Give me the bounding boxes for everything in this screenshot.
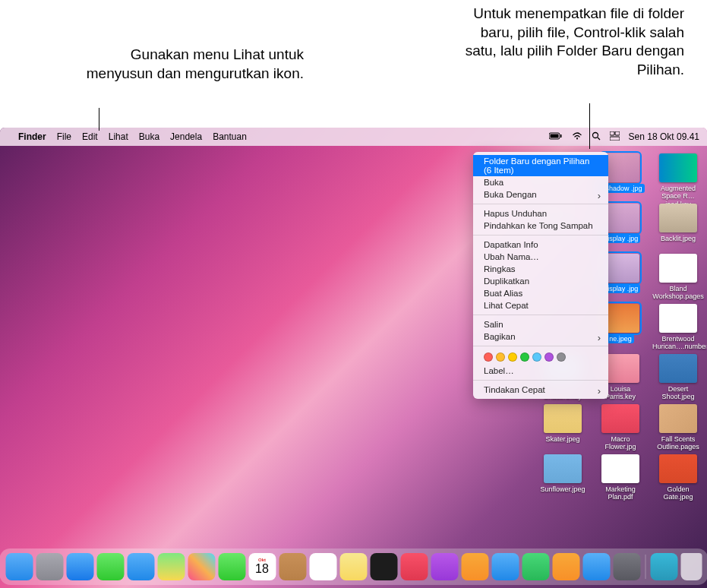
file-thumbnail xyxy=(601,454,639,483)
ctx-buka-dengan[interactable]: Buka Dengan xyxy=(473,188,608,201)
callouts-area: Gunakan menu Lihat untuk menyusun dan me… xyxy=(0,0,707,128)
ctx-label[interactable]: Label… xyxy=(473,365,608,377)
dock-app-settings[interactable] xyxy=(613,553,640,580)
desktop-file[interactable]: Augmented Space R…ined.key xyxy=(650,153,706,209)
ctx-dapatkan-info[interactable]: Dapatkan Info xyxy=(473,239,608,251)
file-label: Brentwood Hurican….numbers xyxy=(650,334,706,352)
dock-app-safari[interactable] xyxy=(66,553,93,580)
svg-rect-6 xyxy=(610,131,614,135)
ctx-separator xyxy=(473,346,608,346)
ctx-salin[interactable]: Salin xyxy=(473,318,608,330)
ctx-new-folder-with-selection[interactable]: Folder Baru dengan Pilihan (6 Item) xyxy=(473,155,608,176)
file-thumbnail xyxy=(601,404,639,433)
file-thumbnail xyxy=(659,153,697,182)
tag-color-dot[interactable] xyxy=(557,352,566,362)
ctx-tindakan-cepat[interactable]: Tindakan Cepat xyxy=(473,384,608,396)
tag-color-dot[interactable] xyxy=(508,352,517,362)
callout-right-text: Untuk menempatkan file di folder baru, p… xyxy=(464,5,684,80)
tag-color-dot[interactable] xyxy=(496,352,505,362)
file-thumbnail xyxy=(659,254,697,283)
dock-app-calendar[interactable]: Okt18 xyxy=(248,553,276,580)
ctx-tags-row xyxy=(473,349,608,365)
dock-app-books[interactable] xyxy=(461,553,488,580)
dock-app-appstore[interactable] xyxy=(491,553,519,580)
desktop-file[interactable]: Fall Scents Outline.pages xyxy=(650,404,706,452)
menu-bantuan[interactable]: Bantuan xyxy=(213,131,247,142)
ctx-lihat-cepat[interactable]: Lihat Cepat xyxy=(473,299,608,311)
menubar-datetime[interactable]: Sen 18 Okt 09.41 xyxy=(629,131,699,142)
battery-icon[interactable] xyxy=(549,131,563,142)
menu-jendela[interactable]: Jendela xyxy=(170,131,202,142)
dock-trash[interactable] xyxy=(680,553,702,580)
svg-rect-8 xyxy=(610,137,620,141)
desktop-file[interactable]: Sunflower.jpeg xyxy=(535,454,591,494)
file-thumbnail xyxy=(659,304,697,333)
desktop-file[interactable]: Backlit.jpeg xyxy=(650,204,706,243)
callout-line-right xyxy=(589,103,590,149)
desktop-file[interactable]: Brentwood Hurican….numbers xyxy=(650,304,706,352)
tag-color-dot[interactable] xyxy=(484,352,493,362)
ctx-duplikatkan[interactable]: Duplikatkan xyxy=(473,275,608,287)
ctx-buka[interactable]: Buka xyxy=(473,176,608,188)
dock-app-music[interactable] xyxy=(400,553,428,580)
dock-downloads[interactable] xyxy=(650,553,677,580)
dock-app-mail[interactable] xyxy=(127,553,154,580)
desktop-file[interactable]: Macro Flower.jpg xyxy=(592,404,649,452)
dock-separator xyxy=(645,555,645,579)
tag-color-dot[interactable] xyxy=(532,352,541,362)
menubar-right: Sen 18 Okt 09.41 xyxy=(549,131,699,143)
dock-app-messages[interactable] xyxy=(96,553,124,580)
file-thumbnail xyxy=(659,454,697,483)
desktop-file[interactable]: Golden Gate.jpeg xyxy=(650,454,706,502)
callout-left-text: Gunakan menu Lihat untuk menyusun dan me… xyxy=(76,46,304,83)
dock-app-launchpad[interactable] xyxy=(36,553,63,580)
tag-color-dot[interactable] xyxy=(520,352,529,362)
desktop-file[interactable]: Bland Workshop.pages xyxy=(650,254,706,302)
dock-app-tv[interactable] xyxy=(370,553,397,580)
menubar: Finder File Edit Lihat Buka Jendela Bant… xyxy=(0,128,707,146)
file-thumbnail xyxy=(659,354,697,383)
ctx-separator xyxy=(473,315,608,315)
ctx-ringkas[interactable]: Ringkas xyxy=(473,263,608,275)
desktop-file[interactable]: Skater.jpeg xyxy=(535,404,591,444)
desktop[interactable]: Finder File Edit Lihat Buka Jendela Bant… xyxy=(0,128,707,588)
dock-app-notes[interactable] xyxy=(339,553,367,580)
menu-lihat[interactable]: Lihat xyxy=(109,131,128,142)
ctx-pindah-tong-sampah[interactable]: Pindahkan ke Tong Sampah xyxy=(473,220,608,232)
svg-rect-2 xyxy=(560,134,562,138)
dock-app-finder[interactable] xyxy=(5,553,33,580)
search-icon[interactable] xyxy=(592,131,601,143)
ctx-hapus-unduhan[interactable]: Hapus Unduhan xyxy=(473,207,608,220)
tag-color-dot[interactable] xyxy=(544,352,554,362)
ctx-ubah-nama[interactable]: Ubah Nama… xyxy=(473,251,608,263)
file-label: Backlit.jpeg xyxy=(658,234,698,243)
menu-edit[interactable]: Edit xyxy=(82,131,98,142)
dock-app-reminders[interactable] xyxy=(309,553,336,580)
dock-app-photos[interactable] xyxy=(188,553,215,580)
dock-app-podcasts[interactable] xyxy=(431,553,458,580)
menu-buka[interactable]: Buka xyxy=(139,131,159,142)
file-label: Desert Shoot.jpeg xyxy=(650,384,706,402)
file-thumbnail xyxy=(544,404,582,433)
menu-file[interactable]: File xyxy=(57,131,71,142)
file-thumbnail xyxy=(659,204,697,232)
wifi-icon[interactable] xyxy=(572,131,582,142)
callout-line-left xyxy=(99,108,99,131)
svg-point-3 xyxy=(576,138,578,139)
dock-app-pages[interactable] xyxy=(552,553,579,580)
menu-app-name[interactable]: Finder xyxy=(18,131,46,142)
ctx-bagikan[interactable]: Bagikan xyxy=(473,330,608,343)
desktop-file[interactable]: Marketing Plan.pdf xyxy=(592,454,649,502)
dock-app-maps[interactable] xyxy=(157,553,185,580)
svg-rect-7 xyxy=(615,131,620,135)
file-label: Marketing Plan.pdf xyxy=(592,485,649,502)
dock-app-contacts[interactable] xyxy=(279,553,306,580)
file-label: Bland Workshop.pages xyxy=(650,284,706,302)
desktop-file[interactable]: Desert Shoot.jpeg xyxy=(650,354,706,402)
dock-app-numbers[interactable] xyxy=(522,553,549,580)
file-label: Skater.jpeg xyxy=(543,435,582,444)
control-center-icon[interactable] xyxy=(610,131,620,143)
dock-app-facetime[interactable] xyxy=(218,553,245,580)
dock-app-appstore2[interactable] xyxy=(582,553,610,580)
ctx-buat-alias[interactable]: Buat Alias xyxy=(473,287,608,299)
